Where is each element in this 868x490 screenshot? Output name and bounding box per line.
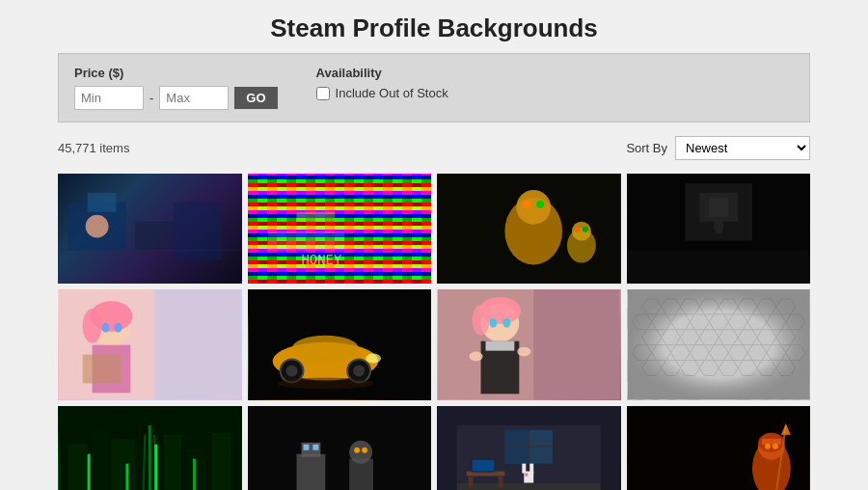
svg-point-17 bbox=[575, 227, 581, 232]
svg-rect-51 bbox=[486, 341, 515, 351]
svg-point-31 bbox=[102, 323, 110, 333]
grid-item[interactable] bbox=[437, 174, 621, 284]
grid-item[interactable] bbox=[58, 406, 242, 490]
availability-label: Availability bbox=[316, 66, 448, 80]
go-button[interactable]: GO bbox=[234, 87, 277, 109]
price-label: Price ($) bbox=[74, 66, 278, 80]
svg-point-13 bbox=[523, 201, 530, 208]
svg-rect-104 bbox=[186, 449, 207, 490]
svg-rect-144 bbox=[761, 438, 780, 444]
svg-rect-44 bbox=[533, 289, 619, 399]
svg-point-42 bbox=[277, 378, 372, 390]
svg-point-122 bbox=[354, 447, 360, 452]
svg-point-12 bbox=[516, 190, 551, 225]
svg-rect-132 bbox=[522, 463, 526, 473]
svg-point-49 bbox=[502, 318, 510, 328]
svg-point-40 bbox=[353, 366, 365, 377]
svg-rect-103 bbox=[164, 434, 181, 490]
price-min-input[interactable] bbox=[74, 86, 144, 110]
svg-point-36 bbox=[291, 336, 359, 363]
svg-point-53 bbox=[517, 347, 530, 357]
items-grid: HONEY bbox=[58, 174, 810, 490]
svg-rect-33 bbox=[83, 355, 122, 384]
availability-filter-group: Availability Include Out of Stock bbox=[316, 66, 448, 100]
svg-rect-1 bbox=[88, 193, 117, 212]
svg-rect-4 bbox=[174, 203, 222, 260]
grid-item[interactable]: HONEY bbox=[248, 174, 432, 284]
grid-item[interactable] bbox=[248, 289, 432, 399]
svg-rect-115 bbox=[248, 406, 430, 490]
svg-text:HONEY: HONEY bbox=[301, 252, 341, 267]
svg-point-145 bbox=[764, 443, 770, 449]
svg-point-14 bbox=[536, 201, 544, 208]
svg-rect-8 bbox=[296, 212, 335, 222]
svg-rect-26 bbox=[154, 289, 240, 399]
grid-item[interactable] bbox=[627, 174, 811, 284]
svg-point-52 bbox=[470, 352, 483, 362]
include-out-of-stock-checkbox[interactable] bbox=[316, 87, 330, 100]
svg-rect-125 bbox=[457, 482, 601, 490]
svg-rect-106 bbox=[88, 453, 91, 490]
svg-point-39 bbox=[285, 366, 297, 377]
svg-rect-116 bbox=[296, 453, 325, 490]
svg-rect-3 bbox=[135, 222, 174, 251]
svg-point-16 bbox=[572, 222, 591, 241]
include-out-of-stock-label: Include Out of Stock bbox=[336, 86, 448, 100]
results-bar: 45,771 items Sort By Newest Oldest Price… bbox=[58, 132, 810, 164]
svg-rect-100 bbox=[93, 429, 107, 490]
svg-rect-118 bbox=[303, 444, 309, 449]
svg-rect-133 bbox=[529, 463, 533, 473]
grid-item[interactable] bbox=[437, 289, 621, 399]
svg-point-30 bbox=[83, 309, 102, 343]
svg-rect-22 bbox=[709, 198, 728, 217]
grid-item[interactable] bbox=[58, 174, 242, 284]
filter-bar: Price ($) - GO Availability Include Out … bbox=[58, 53, 810, 122]
svg-point-146 bbox=[772, 443, 777, 449]
svg-point-47 bbox=[473, 305, 490, 336]
svg-rect-101 bbox=[111, 439, 135, 490]
svg-point-41 bbox=[366, 354, 381, 364]
svg-point-32 bbox=[114, 323, 122, 333]
sort-bar: Sort By Newest Oldest Price: Low to High… bbox=[626, 136, 810, 160]
svg-rect-137 bbox=[498, 476, 502, 487]
grid-item[interactable] bbox=[627, 289, 811, 399]
grid-item[interactable] bbox=[248, 406, 432, 490]
svg-point-2 bbox=[86, 215, 109, 238]
price-max-input[interactable] bbox=[159, 86, 229, 110]
svg-rect-139 bbox=[473, 459, 495, 471]
grid-item[interactable] bbox=[437, 406, 621, 490]
svg-point-121 bbox=[349, 440, 372, 463]
svg-rect-97 bbox=[627, 289, 809, 399]
items-count: 45,771 items bbox=[58, 141, 129, 155]
svg-rect-105 bbox=[212, 432, 231, 490]
svg-point-18 bbox=[583, 227, 588, 232]
svg-point-123 bbox=[362, 447, 367, 452]
grid-item[interactable] bbox=[627, 406, 811, 490]
grid-item[interactable] bbox=[58, 289, 242, 399]
svg-point-48 bbox=[490, 318, 498, 328]
price-inputs: - GO bbox=[74, 86, 278, 110]
svg-rect-107 bbox=[125, 463, 128, 490]
svg-rect-7 bbox=[267, 231, 344, 251]
price-separator: - bbox=[149, 91, 153, 105]
svg-point-23 bbox=[714, 219, 723, 234]
svg-rect-24 bbox=[627, 251, 809, 285]
price-filter-group: Price ($) - GO bbox=[74, 66, 278, 110]
svg-rect-136 bbox=[469, 476, 474, 487]
svg-rect-119 bbox=[312, 444, 318, 449]
svg-rect-109 bbox=[193, 458, 196, 490]
sort-select[interactable]: Newest Oldest Price: Low to High Price: … bbox=[675, 136, 810, 160]
svg-rect-134 bbox=[525, 473, 528, 476]
include-out-of-stock-row: Include Out of Stock bbox=[316, 86, 448, 100]
page-title: Steam Profile Backgrounds bbox=[0, 0, 868, 53]
svg-rect-99 bbox=[68, 444, 88, 490]
sort-label: Sort By bbox=[626, 141, 667, 155]
